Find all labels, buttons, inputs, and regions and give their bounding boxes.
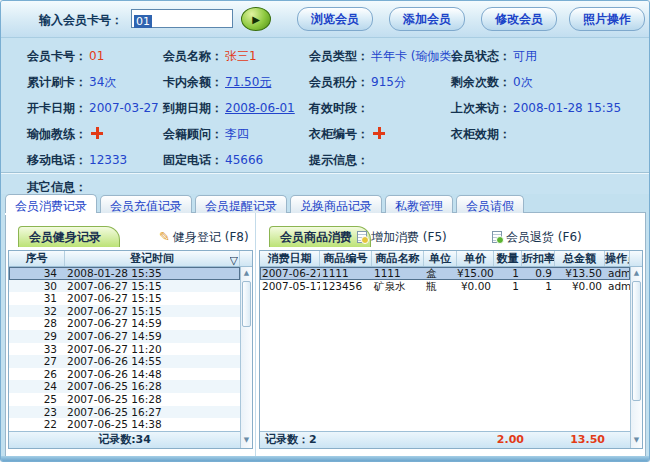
table-row[interactable]: 282007-06-27 14:59 <box>9 317 240 330</box>
tab-item-0[interactable]: 会员消费记录 <box>5 194 97 213</box>
info-label: 衣柜效期： <box>451 127 511 141</box>
info-value[interactable]: 71.50元 <box>225 75 271 89</box>
cell-time: 2007-06-27 15:15 <box>65 305 240 318</box>
info-value: 01 <box>89 49 104 63</box>
info-value: 张三1 <box>225 49 257 63</box>
card-number-label: 输入会员卡号： <box>39 12 123 29</box>
info-value: 915分 <box>371 75 406 89</box>
column-header-seq[interactable]: 序号 <box>9 251 65 266</box>
column-header-6[interactable]: 折扣率 <box>522 251 555 266</box>
consumption-table: 消费日期商品编号商品名称单位单价数量折扣率总金额操作员 2007-06-2711… <box>259 250 643 449</box>
cell-time: 2007-06-26 14:55 <box>65 355 240 368</box>
fitness-scrollbar[interactable]: ▲ ▼ <box>240 267 252 448</box>
table-row[interactable]: 292007-06-27 14:59 <box>9 330 240 343</box>
cell-0: 2007-05-17 <box>260 280 320 293</box>
fitness-table-footer: 记录数:34 <box>9 431 240 448</box>
add-plus-icon[interactable] <box>91 127 103 139</box>
table-row[interactable]: 2007-06-2711111111盒¥15.0010.9¥13.50admin <box>260 267 630 280</box>
column-header-8[interactable]: 操作员 <box>605 251 630 266</box>
scroll-up-icon[interactable]: ▲ <box>631 268 642 279</box>
info-field: 剩余次数：0次 <box>451 74 649 91</box>
cell-4: ¥15.00 <box>457 267 494 280</box>
info-field: 会员名称：张三1 <box>163 48 309 65</box>
cell-1: 1111 <box>320 267 372 280</box>
other-info-label: 其它信息： <box>27 180 87 194</box>
cell-8: admin <box>605 267 630 280</box>
table-row[interactable]: 252007-06-25 16:28 <box>9 393 240 406</box>
info-field <box>451 153 649 167</box>
tab-item-4[interactable]: 私教管理 <box>385 195 453 213</box>
cell-time: 2007-06-27 14:59 <box>65 317 240 330</box>
info-label: 会籍顾问： <box>163 127 223 141</box>
tab-item-2[interactable]: 会员提醒记录 <box>195 195 287 213</box>
add-consumption-icon <box>357 231 367 243</box>
cell-3: 盒 <box>424 267 457 280</box>
info-field: 有效时段： <box>309 100 451 117</box>
fitness-scrollbar-thumb[interactable] <box>242 281 251 327</box>
info-field: 卡内余额：71.50元 <box>163 74 309 91</box>
consumption-tab[interactable]: 会员商品消费 <box>269 226 371 247</box>
info-label: 提示信息： <box>309 153 369 167</box>
info-field: 会员类型：半年卡 (瑜伽类) <box>309 48 451 65</box>
info-label: 瑜伽教练： <box>27 127 87 141</box>
card-number-input[interactable]: 01 <box>131 9 233 28</box>
column-header-1[interactable]: 商品编号 <box>320 251 372 266</box>
info-value: 2008-01-28 15:35 <box>513 101 621 115</box>
table-row[interactable]: 222007-06-25 14:38 <box>9 418 240 431</box>
table-row[interactable]: 332007-06-27 11:20 <box>9 343 240 356</box>
column-header-3[interactable]: 单位 <box>424 251 457 266</box>
fitness-records-tab[interactable]: 会员健身记录 <box>18 226 120 247</box>
table-row[interactable]: 232007-06-25 16:27 <box>9 406 240 419</box>
table-row[interactable]: 272007-06-26 14:55 <box>9 355 240 368</box>
member-return-button[interactable]: 会员退货 (F6) <box>492 229 582 246</box>
cell-7: ¥13.50 <box>555 267 605 280</box>
sort-icon[interactable]: ▽ <box>230 253 238 268</box>
add-consumption-button[interactable]: 增加消费 (F5) <box>357 229 447 246</box>
edit-member-button[interactable]: 修改会员 <box>481 7 557 31</box>
consumption-scrollbar[interactable]: ▲ ▼ <box>630 267 642 448</box>
info-label: 会员积分： <box>309 75 369 89</box>
tab-item-1[interactable]: 会员充值记录 <box>100 195 192 213</box>
toolbar: 输入会员卡号： 01 ▶ 浏览会员 添加会员 修改会员 照片操作 <box>1 1 650 38</box>
member-info-panel: 会员卡号：01会员名称：张三1会员类型：半年卡 (瑜伽类)会员状态：可用累计刷卡… <box>1 38 650 194</box>
column-header-5[interactable]: 数量 <box>494 251 522 266</box>
card-number-value: 01 <box>134 15 152 28</box>
go-button[interactable]: ▶ <box>241 7 271 31</box>
info-field: 会籍顾问：李四 <box>163 126 309 143</box>
tab-item-5[interactable]: 会员请假 <box>456 195 524 213</box>
scroll-up-icon[interactable]: ▲ <box>241 268 252 279</box>
cell-2: 矿泉水 <box>372 280 424 293</box>
column-header-time[interactable]: 登记时间 <box>65 251 240 266</box>
column-header-7[interactable]: 总金额 <box>555 251 605 266</box>
info-value: 34次 <box>89 75 116 89</box>
info-label: 会员卡号： <box>27 49 87 63</box>
table-row[interactable]: 312007-06-27 15:15 <box>9 292 240 305</box>
add-member-button[interactable]: 添加会员 <box>389 7 465 31</box>
table-row[interactable]: 342008-01-28 15:35 <box>9 267 240 280</box>
scroll-down-icon[interactable]: ▼ <box>241 435 252 446</box>
table-row[interactable]: 242007-06-25 16:28 <box>9 380 240 393</box>
tab-item-3[interactable]: 兑换商品记录 <box>290 195 382 213</box>
table-row[interactable]: 322007-06-27 15:15 <box>9 305 240 318</box>
consumption-scrollbar-thumb[interactable] <box>632 281 641 401</box>
column-header-0[interactable]: 消费日期 <box>260 251 320 266</box>
cell-time: 2007-06-25 16:27 <box>65 406 240 419</box>
fitness-checkin-button[interactable]: ✎健身登记 (F8) <box>159 229 249 246</box>
info-value: 半年卡 (瑜伽类) <box>371 49 456 63</box>
photo-actions-button[interactable]: 照片操作 <box>569 7 645 31</box>
table-row[interactable]: 2007-05-17123456矿泉水瓶¥0.0011¥0.00admin <box>260 280 630 293</box>
consumption-table-footer: 2.00 13.50 记录数：2 <box>260 431 630 448</box>
add-plus-icon[interactable] <box>373 127 385 139</box>
browse-member-button[interactable]: 浏览会员 <box>297 7 373 31</box>
cell-time: 2007-06-25 16:28 <box>65 393 240 406</box>
info-field: 瑜伽教练： <box>27 126 163 143</box>
fitness-table-header: 序号 登记时间 ▽ <box>9 251 252 267</box>
column-header-2[interactable]: 商品名称 <box>372 251 424 266</box>
info-value[interactable]: 2008-06-01 <box>225 101 295 115</box>
column-header-4[interactable]: 单价 <box>457 251 494 266</box>
table-row[interactable]: 262007-06-26 14:48 <box>9 368 240 381</box>
scroll-down-icon[interactable]: ▼ <box>631 435 642 446</box>
table-row[interactable]: 302007-06-27 15:15 <box>9 280 240 293</box>
info-label: 到期日期： <box>163 101 223 115</box>
add-consumption-label: 增加消费 (F5) <box>371 230 447 244</box>
